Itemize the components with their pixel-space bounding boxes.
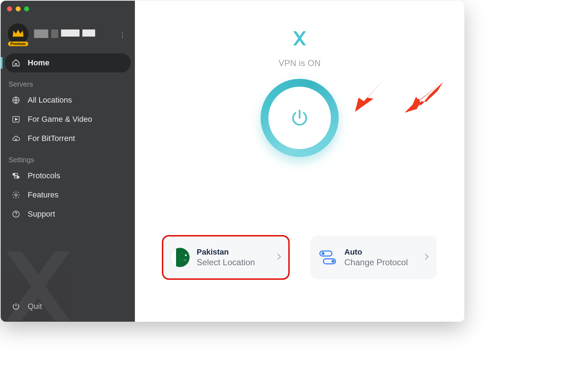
premium-badge: Premium xyxy=(8,42,28,46)
nav-support-label: Support xyxy=(28,209,55,219)
protocol-title: Auto xyxy=(344,247,408,257)
window-controls xyxy=(1,1,135,17)
annotation-arrow-icon xyxy=(405,81,444,113)
section-settings-label: Settings xyxy=(1,148,135,166)
account-more-icon[interactable]: ⋮ xyxy=(119,31,126,39)
toggles-icon xyxy=(11,171,21,180)
svg-point-6 xyxy=(15,194,17,196)
main-panel: VPN is ON xyxy=(135,1,464,322)
svg-point-14 xyxy=(332,260,334,263)
window-maximize-button[interactable] xyxy=(24,6,29,11)
chevron-right-icon xyxy=(425,253,429,262)
nav-all-locations-label: All Locations xyxy=(28,96,72,105)
app-logo-icon xyxy=(290,29,309,49)
gear-icon xyxy=(11,190,21,200)
protocol-toggles-icon xyxy=(318,248,337,267)
nav-support[interactable]: Support xyxy=(5,205,131,224)
nav-quit[interactable]: Quit xyxy=(1,293,135,322)
vpn-status-text: VPN is ON xyxy=(279,58,321,68)
nav-quit-label: Quit xyxy=(28,302,42,311)
svg-point-3 xyxy=(13,174,15,175)
flag-pakistan-icon: ★ xyxy=(170,248,190,267)
power-icon xyxy=(11,302,21,311)
window-close-button[interactable] xyxy=(7,6,12,11)
globe-icon xyxy=(11,96,21,105)
connect-toggle-button[interactable] xyxy=(261,79,339,157)
svg-point-5 xyxy=(17,176,18,178)
avatar: Premium xyxy=(8,23,28,44)
nav-game-video[interactable]: For Game & Video xyxy=(5,110,131,129)
nav-home[interactable]: Home xyxy=(5,53,131,72)
nav-all-locations[interactable]: All Locations xyxy=(5,91,131,110)
nav-home-label: Home xyxy=(28,58,49,67)
svg-marker-9 xyxy=(405,82,443,113)
nav-protocols-label: Protocols xyxy=(28,171,60,180)
account-row[interactable]: Premium ⋮ xyxy=(1,17,135,53)
annotation-arrow-icon xyxy=(348,78,387,114)
change-protocol-card[interactable]: Auto Change Protocol xyxy=(310,236,437,279)
svg-point-12 xyxy=(322,252,324,255)
bottom-cards: ★ Pakistan Select Location xyxy=(135,236,464,279)
window-minimize-button[interactable] xyxy=(16,6,21,11)
nav-protocols[interactable]: Protocols xyxy=(5,166,131,185)
nav-bittorrent-label: For BitTorrent xyxy=(28,134,75,143)
play-square-icon xyxy=(11,115,21,124)
crown-icon xyxy=(8,23,28,44)
section-servers-label: Servers xyxy=(1,72,135,91)
nav-features[interactable]: Features xyxy=(5,185,131,205)
select-location-card[interactable]: ★ Pakistan Select Location xyxy=(163,236,289,279)
nav-game-video-label: For Game & Video xyxy=(28,115,92,124)
location-subtitle: Select Location xyxy=(197,257,255,267)
svg-point-8 xyxy=(16,216,16,216)
app-window: Premium ⋮ Home Servers xyxy=(1,1,464,322)
power-icon xyxy=(268,87,331,149)
svg-marker-10 xyxy=(355,78,385,112)
help-icon xyxy=(11,209,21,219)
chevron-right-icon xyxy=(277,253,281,262)
protocol-subtitle: Change Protocol xyxy=(344,257,408,267)
nav-bittorrent[interactable]: For BitTorrent xyxy=(5,129,131,148)
sidebar: Premium ⋮ Home Servers xyxy=(1,1,135,322)
account-name-redacted xyxy=(34,29,95,38)
cloud-download-icon xyxy=(11,134,21,143)
location-title: Pakistan xyxy=(197,247,255,257)
nav-features-label: Features xyxy=(28,190,59,200)
home-icon xyxy=(11,58,21,67)
